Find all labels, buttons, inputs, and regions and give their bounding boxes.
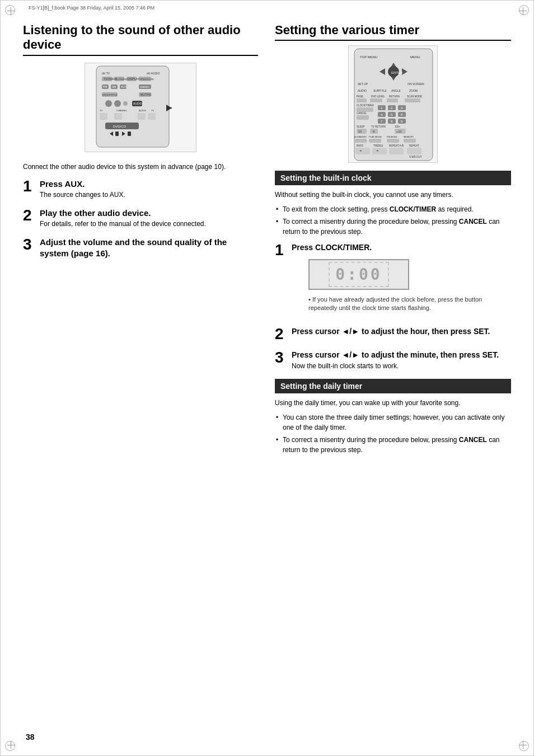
svg-text:GROUP/TITLE: GROUP/TITLE xyxy=(102,93,118,96)
right-step-3-desc: Now the built-in clock starts to work. xyxy=(292,361,511,371)
svg-text:FM MODE: FM MODE xyxy=(387,135,397,138)
svg-point-23 xyxy=(105,100,112,107)
svg-text:CANCEL: CANCEL xyxy=(357,112,367,115)
svg-text:FM: FM xyxy=(103,85,107,88)
svg-text:AUX: AUX xyxy=(121,85,127,88)
right-step-1-number: 1 xyxy=(275,242,292,258)
svg-rect-33 xyxy=(114,113,122,120)
crosshair-bl xyxy=(7,738,18,749)
clock-display: 0:00 xyxy=(308,259,409,290)
svg-text:RETURN: RETURN xyxy=(389,95,400,98)
remote-image-left: di:l TV di:l AUDIO TV/VIDEO 3D PHONIC DI… xyxy=(85,63,196,152)
svg-text:ZOOM: ZOOM xyxy=(409,89,418,92)
svg-text:TV: TV xyxy=(100,109,102,112)
right-column: Setting the various timer TOP MENU MENU xyxy=(275,23,511,461)
remote-image-container: di:l TV di:l AUDIO TV/VIDEO 3D PHONIC DI… xyxy=(23,63,258,154)
svg-text:ON SCREEN: ON SCREEN xyxy=(407,82,424,86)
svg-text:BASS: BASS xyxy=(357,144,363,147)
svg-text:REPEAT A-B: REPEAT A-B xyxy=(389,144,404,147)
step-3-number: 3 xyxy=(23,237,40,252)
svg-text:DVD/CD: DVD/CD xyxy=(113,125,127,128)
svg-text:DVD LEVEL: DVD LEVEL xyxy=(371,95,385,98)
svg-text:MENU: MENU xyxy=(410,55,420,59)
daily-timer-intro: Using the daily timer, you can wake up w… xyxy=(275,398,511,408)
svg-rect-35 xyxy=(148,113,156,120)
bullet-item: You can store the three daily timer sett… xyxy=(275,412,511,433)
bullet-item: To correct a misentry during the procedu… xyxy=(275,217,511,237)
svg-text:100+: 100+ xyxy=(395,125,401,128)
right-step-1-content: Press CLOCK/TIMER. 0:00 • If you have al… xyxy=(292,242,511,318)
svg-text:CHANNEL: CHANNEL xyxy=(116,109,128,112)
svg-text:AUDIO: AUDIO xyxy=(139,109,146,112)
svg-text:TREBLE: TREBLE xyxy=(373,144,383,147)
clock-note: • If you have already adjusted the clock… xyxy=(308,295,511,313)
step-3-content: Adjust the volume and the sound quality … xyxy=(40,237,258,259)
svg-text:di:l AUDIO: di:l AUDIO xyxy=(147,72,160,75)
svg-rect-103 xyxy=(369,139,381,143)
crosshair-tr xyxy=(516,7,527,18)
file-info: FS-Y1[B]_f.book Page 38 Friday, April 15… xyxy=(29,5,154,11)
svg-text:ANGLE: ANGLE xyxy=(391,89,401,92)
svg-text:SUBTITLE: SUBTITLE xyxy=(373,89,387,92)
step-1: 1 Press AUX. The source changes to AUX. xyxy=(23,179,258,200)
built-in-clock-bullets: To exit from the clock setting, press CL… xyxy=(275,204,511,237)
svg-text:10: 10 xyxy=(358,130,362,133)
svg-rect-63 xyxy=(357,98,367,102)
svg-point-24 xyxy=(114,100,121,107)
page-number: 38 xyxy=(26,732,35,741)
right-step-3-content: Press cursor ◄/► to adjust the minute, t… xyxy=(292,350,511,371)
svg-rect-65 xyxy=(387,98,398,102)
main-columns: Listening to the sound of other audio de… xyxy=(23,23,511,461)
right-step-2: 2 Press cursor ◄/► to adjust the hour, t… xyxy=(275,326,511,342)
svg-text:SLEEP: SLEEP xyxy=(357,125,365,128)
step-3-title: Adjust the volume and the sound quality … xyxy=(40,237,258,259)
svg-text:+: + xyxy=(376,148,379,153)
step-1-number: 1 xyxy=(23,179,40,194)
right-step-2-content: Press cursor ◄/► to adjust the hour, the… xyxy=(292,326,511,337)
svg-rect-102 xyxy=(354,139,367,143)
svg-rect-105 xyxy=(404,139,416,143)
right-step-3-number: 3 xyxy=(275,350,292,365)
svg-rect-41 xyxy=(128,132,131,136)
svg-text:TV RETURN: TV RETURN xyxy=(371,125,386,128)
svg-text:PLAY MODE: PLAY MODE xyxy=(369,135,382,138)
svg-text:+10: +10 xyxy=(396,130,401,133)
svg-rect-68 xyxy=(357,107,373,112)
svg-rect-104 xyxy=(387,139,399,143)
svg-text:di:l TV: di:l TV xyxy=(102,72,110,75)
svg-text:OPEN/CLOSE: OPEN/CLOSE xyxy=(139,78,154,81)
right-step-1: 1 Press CLOCK/TIMER. 0:00 • If you have … xyxy=(275,242,511,318)
svg-rect-32 xyxy=(100,113,107,120)
right-step-1-title: Press CLOCK/TIMER. xyxy=(292,242,511,253)
svg-text:A.STANDBY: A.STANDBY xyxy=(354,135,367,138)
step-1-title: Press AUX. xyxy=(40,179,258,190)
built-in-clock-bar: Setting the built-in clock xyxy=(275,171,511,185)
svg-text:MEMORY: MEMORY xyxy=(404,135,414,138)
svg-text:PAGE: PAGE xyxy=(357,95,363,98)
svg-text:DISPLAY: DISPLAY xyxy=(128,77,139,81)
page: FS-Y1[B]_f.book Page 38 Friday, April 15… xyxy=(0,0,534,756)
svg-rect-110 xyxy=(355,148,370,154)
daily-timer-bar: Setting the daily timer xyxy=(275,379,511,393)
left-intro-text: Connect the other audio device to this s… xyxy=(23,162,258,172)
svg-text:AM: AM xyxy=(112,85,116,88)
svg-text:CLOCK/TIMER: CLOCK/TIMER xyxy=(357,104,374,107)
svg-text:REPEAT: REPEAT xyxy=(409,144,419,147)
svg-text:DIMMER: DIMMER xyxy=(140,86,149,88)
left-section-title: Listening to the sound of other audio de… xyxy=(23,23,258,56)
step-2-title: Play the other audio device. xyxy=(40,208,258,219)
remote-svg-right: TOP MENU MENU ENTER SET UP ON SCREEN xyxy=(349,46,438,163)
svg-rect-39 xyxy=(115,132,119,136)
remote-image-right-container: TOP MENU MENU ENTER SET UP ON SCREEN xyxy=(275,45,511,165)
remote-svg-left: di:l TV di:l AUDIO TV/VIDEO 3D PHONIC DI… xyxy=(85,63,196,152)
crosshair-tl xyxy=(7,7,18,18)
clock-digits: 0:00 xyxy=(329,262,388,287)
svg-text:TV: TV xyxy=(151,109,154,112)
clock-display-wrapper: 0:00 xyxy=(292,259,511,290)
built-in-clock-intro: Without setting the built-in clock, you … xyxy=(275,190,511,200)
svg-rect-34 xyxy=(138,113,146,120)
svg-text:MUTING: MUTING xyxy=(140,93,152,96)
right-step-3: 3 Press cursor ◄/► to adjust the minute,… xyxy=(275,350,511,371)
step-3: 3 Adjust the volume and the sound qualit… xyxy=(23,237,258,259)
svg-rect-66 xyxy=(405,98,420,102)
